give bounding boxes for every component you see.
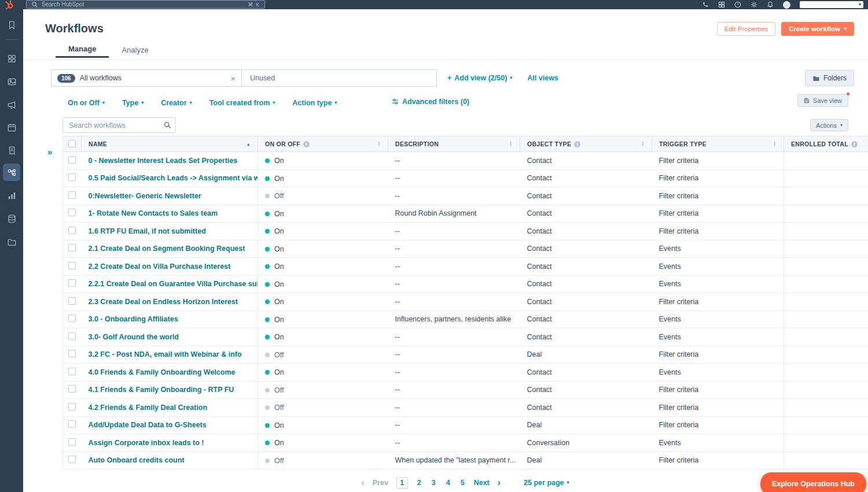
tab-manage[interactable]: Manage (56, 42, 109, 58)
per-page-selector[interactable]: 25 per page ▾ (524, 479, 569, 487)
workflow-name-link[interactable]: 3.2 FC - Post NDA, email with Webinar & … (89, 350, 242, 358)
explore-operations-hub-button[interactable]: Explore Operations Hub (760, 472, 866, 492)
view-tab-all-workflows[interactable]: 106 All workflows × (51, 69, 242, 87)
create-workflow-button[interactable]: Create workflow▾ (781, 22, 854, 36)
sidebar-item-automations[interactable] (3, 164, 20, 181)
call-icon[interactable] (702, 1, 709, 8)
filter-dropdown-type[interactable]: Type▾ (122, 99, 144, 107)
tab-analyze[interactable]: Analyze (109, 42, 161, 58)
column-header-description[interactable]: DESCRIPTION▲▼ (388, 136, 520, 152)
sidebar-item-data-management[interactable] (0, 210, 23, 227)
sidebar-item-crm[interactable] (0, 73, 23, 90)
help-icon[interactable]: ? (734, 1, 741, 8)
filter-dropdown-on-or-off[interactable]: On or Off▾ (68, 99, 105, 107)
sidebar-item-commerce[interactable] (0, 142, 23, 158)
sidebar-item-workspaces[interactable] (0, 50, 23, 66)
workflow-name-link[interactable]: 4.0 Friends & Family Onboarding Welcome (89, 368, 236, 376)
hubspot-logo-icon[interactable] (4, 0, 14, 10)
row-checkbox[interactable] (68, 209, 76, 216)
user-avatar[interactable] (783, 1, 790, 9)
page-button-5[interactable]: 5 (459, 479, 466, 487)
row-checkbox[interactable] (68, 262, 76, 269)
workflow-name-link[interactable]: 3.0- Golf Around the world (89, 333, 179, 341)
filter-dropdown-action-type[interactable]: Action type▾ (292, 99, 337, 107)
row-checkbox[interactable] (68, 297, 76, 305)
global-search-input[interactable]: Search HubSpot ⌘ K (26, 0, 265, 9)
expand-panel-button[interactable]: » (47, 147, 52, 157)
workflow-name-link[interactable]: 2.2.1 Create Deal on Guarantee Villa Pur… (89, 280, 258, 288)
page-button-3[interactable]: 3 (431, 479, 437, 487)
workflow-name-link[interactable]: Add/Update Deal Data to G-Sheets (89, 421, 207, 429)
workflow-name-link[interactable]: 4.1 Friends & Family Onboarding - RTP FU (89, 386, 234, 394)
sidebar-item-reporting[interactable] (0, 187, 23, 204)
column-header-name[interactable]: NAME▲ (82, 136, 258, 152)
close-icon[interactable]: × (230, 74, 236, 83)
column-header-object-type[interactable]: OBJECT TYPEi▲▼ (520, 136, 652, 152)
row-checkbox[interactable] (68, 350, 76, 357)
search-workflows-input[interactable] (62, 117, 176, 133)
page-button-2[interactable]: 2 (416, 479, 422, 487)
add-view-button[interactable]: + Add view (2/50) ▾ (447, 74, 512, 82)
row-checkbox[interactable] (68, 315, 76, 322)
column-header-on-or-off[interactable]: ON OR OFFi▲▼ (258, 136, 388, 152)
table-row: 3.0- Golf Around the worldOn--ContactEve… (63, 328, 868, 346)
workflow-enrolled-total (784, 416, 868, 434)
workflow-name-link[interactable]: 0:Newsletter- Generic Newsletter (89, 192, 201, 200)
workflow-name-link[interactable]: 3.0 - Onboarding Affiliates (89, 315, 178, 323)
row-checkbox[interactable] (68, 385, 76, 393)
advanced-filters-button[interactable]: Advanced filters (0) (392, 98, 469, 106)
sidebar-item-library[interactable] (0, 234, 23, 250)
all-views-link[interactable]: All views (527, 74, 558, 82)
workflow-name-link[interactable]: 0.5 Paid Social/Search Leads -> Assignme… (89, 174, 258, 182)
row-checkbox[interactable] (68, 332, 76, 340)
folders-button[interactable]: Folders (805, 70, 854, 86)
row-checkbox[interactable] (68, 279, 76, 287)
row-checkbox[interactable] (68, 227, 76, 234)
page-button-4[interactable]: 4 (445, 479, 451, 487)
column-header-trigger-type[interactable]: TRIGGER TYPE▲▼ (652, 136, 784, 152)
workflow-name-link[interactable]: 2.1 Create Deal on Segment Booking Reque… (89, 245, 245, 253)
workflow-name-link[interactable]: Auto Onboard credits count (89, 456, 185, 464)
row-checkbox[interactable] (68, 420, 76, 428)
column-header-enrolled-total[interactable]: ENROLLED TOTALi (784, 136, 868, 152)
view-tab-unused[interactable]: Unused (242, 69, 437, 87)
workflow-name-link[interactable]: 4.2 Friends & Family Deal Creation (89, 404, 208, 412)
row-checkbox[interactable] (68, 368, 76, 375)
workflow-name-link[interactable]: 2.3 Create Deal on Endless Horizon Inter… (89, 298, 238, 306)
row-checkbox[interactable] (68, 156, 76, 164)
settings-gear-icon[interactable] (751, 1, 757, 8)
workflow-name-link[interactable]: 0 - Newsletter Interest Leads Set Proper… (89, 157, 238, 165)
edit-properties-button[interactable]: Edit Properties (717, 22, 775, 36)
workflow-name-link[interactable]: 2.2 Create Deal on Villa Purchase Intere… (89, 262, 231, 271)
row-checkbox[interactable] (68, 438, 76, 446)
workflow-name-link[interactable]: 1.6 RTP FU Email, if not submitted (89, 227, 206, 235)
bookmark-icon (7, 20, 17, 30)
prev-page-button[interactable]: Prev (373, 479, 388, 487)
sidebar-item-bookmarks[interactable] (0, 17, 23, 33)
filter-dropdown-tool-created-from[interactable]: Tool created from▾ (209, 99, 275, 107)
view-tab-label: All workflows (80, 74, 226, 82)
sidebar-item-marketing[interactable] (0, 97, 23, 113)
row-checkbox[interactable] (68, 173, 76, 181)
next-page-button[interactable]: Next (474, 479, 490, 487)
account-menu[interactable]: ▾ (800, 1, 863, 8)
actions-button[interactable]: Actions ▾ (810, 119, 848, 131)
chevron-right-icon[interactable]: › (498, 478, 501, 488)
filter-dropdown-creator[interactable]: Creator▾ (161, 99, 192, 107)
workflow-name-link[interactable]: 1- Rotate New Contacts to Sales team (89, 209, 218, 217)
row-checkbox[interactable] (68, 403, 76, 410)
page-button-1[interactable]: 1 (396, 477, 408, 489)
notifications-bell-icon[interactable] (767, 1, 774, 8)
sliders-icon (392, 98, 399, 105)
row-checkbox[interactable] (68, 244, 76, 251)
info-icon[interactable]: i (303, 141, 310, 147)
row-checkbox[interactable] (68, 456, 76, 463)
workflow-name-link[interactable]: Assign Corporate inbox leads to ! (89, 439, 204, 447)
info-icon[interactable]: i (574, 141, 580, 147)
info-icon[interactable]: i (851, 141, 858, 147)
save-view-button[interactable]: Save view (797, 94, 848, 107)
marketplace-icon[interactable] (718, 1, 725, 8)
select-all-checkbox[interactable] (68, 140, 76, 147)
sidebar-item-content[interactable] (0, 119, 23, 135)
row-checkbox[interactable] (68, 191, 76, 199)
